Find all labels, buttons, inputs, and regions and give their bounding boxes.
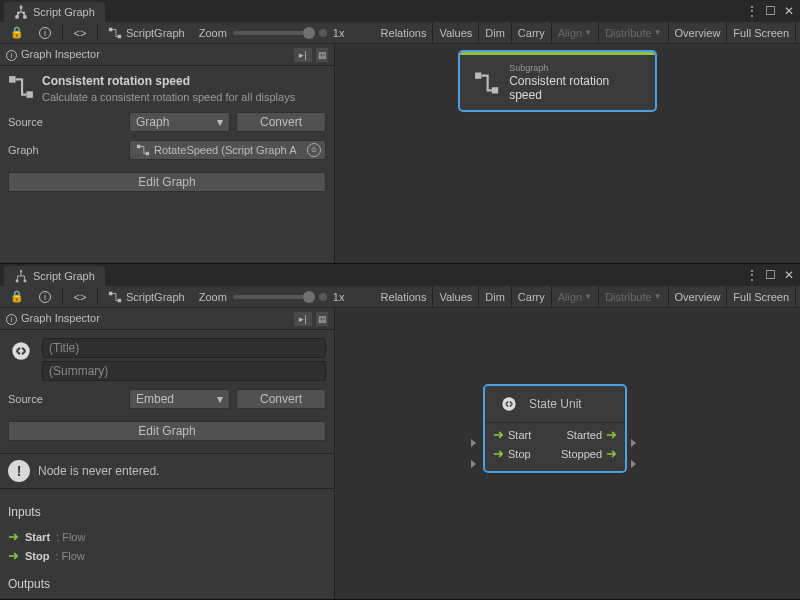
close-icon[interactable]: ✕ — [784, 268, 794, 282]
toolbar-dim-button[interactable]: Dim — [479, 286, 512, 307]
toolbar-relations-button[interactable]: Relations — [375, 286, 434, 307]
svg-point-10 — [12, 342, 29, 359]
svg-rect-9 — [118, 298, 122, 302]
graph-label: Graph — [8, 144, 123, 156]
toolbar-values-button[interactable]: Values — [433, 22, 479, 43]
graph-canvas[interactable]: Subgraph Consistent rotation speed — [335, 44, 800, 263]
source-label: Source — [8, 116, 123, 128]
flow-arrow-icon: ➜ — [493, 427, 504, 442]
main-toolbar: 🔒 i <> ScriptGraph Zoom 1x RelationsValu… — [0, 286, 800, 308]
graph-canvas[interactable]: State Unit ➜StartStarted➜➜StopStopped➜ — [335, 308, 800, 599]
toolbar-overview-button[interactable]: Overview — [669, 22, 728, 43]
zoom-label: Zoom — [199, 291, 227, 303]
maximize-icon[interactable]: ☐ — [765, 4, 776, 18]
variables-button[interactable]: <> — [67, 24, 93, 42]
port-socket-out[interactable] — [631, 460, 636, 468]
warning-icon: ! — [8, 460, 30, 482]
zoom-slider[interactable] — [233, 31, 313, 35]
braces-icon: <> — [74, 291, 87, 303]
svg-rect-8 — [109, 291, 113, 295]
graph-inspector: iGraph Inspector ▸| ▤ (Title) (Summary) … — [0, 308, 335, 599]
flow-arrow-icon: ➜ — [493, 446, 504, 461]
graph-asset-field[interactable]: RotateSpeed (Script Graph A ⊙ — [129, 140, 326, 160]
source-dropdown[interactable]: Graph▾ — [129, 112, 230, 132]
warning-message: ! Node is never entered. — [0, 453, 334, 489]
zoom-knob-extra — [319, 293, 327, 301]
tab-label: Script Graph — [33, 270, 95, 282]
toolbar-carry-button[interactable]: Carry — [512, 22, 552, 43]
summary-input[interactable]: (Summary) — [42, 361, 326, 381]
info-icon: i — [6, 314, 17, 325]
lock-button[interactable]: 🔒 — [4, 24, 30, 42]
tab-script-graph[interactable]: Script Graph — [4, 266, 105, 286]
chevron-down-icon: ▾ — [217, 392, 223, 406]
port-socket-in[interactable] — [471, 460, 476, 468]
port-socket-in[interactable] — [471, 439, 476, 447]
subgraph-node[interactable]: Subgraph Consistent rotation speed — [460, 52, 655, 110]
svg-rect-4 — [137, 145, 141, 149]
lock-icon: 🔒 — [10, 26, 24, 39]
svg-rect-6 — [475, 72, 481, 78]
tab-bar: Script Graph ⋮ ☐ ✕ — [0, 0, 800, 22]
script-graph-panel-top: Script Graph ⋮ ☐ ✕ 🔒 i <> ScriptGraph Zo… — [0, 0, 800, 264]
edit-graph-button[interactable]: Edit Graph — [8, 421, 326, 441]
svg-rect-7 — [492, 87, 498, 93]
source-dropdown[interactable]: Embed▾ — [129, 389, 230, 409]
kebab-menu-icon[interactable]: ⋮ — [746, 4, 757, 18]
toolbar-distribute-button[interactable]: Distribute ▼ — [599, 22, 668, 43]
port-socket-out[interactable] — [631, 439, 636, 447]
input-port-row: ➜ Stop : Flow — [8, 546, 326, 565]
toolbar-dim-button[interactable]: Dim — [479, 22, 512, 43]
zoom-value: 1x — [333, 291, 345, 303]
script-graph-panel-bottom: Script Graph ⋮ ☐ ✕ 🔒 i <> ScriptGraph Zo… — [0, 264, 800, 600]
breadcrumb[interactable]: ScriptGraph — [102, 26, 191, 40]
title-input[interactable]: (Title) — [42, 338, 326, 358]
collapse-button[interactable]: ▸| — [294, 312, 312, 326]
toolbar-full-screen-button[interactable]: Full Screen — [727, 286, 796, 307]
object-picker-icon[interactable]: ⊙ — [307, 143, 321, 157]
state-unit-node[interactable]: State Unit ➜StartStarted➜➜StopStopped➜ — [485, 386, 625, 471]
convert-button[interactable]: Convert — [236, 112, 326, 132]
info-button[interactable]: i — [32, 24, 58, 42]
graph-icon — [136, 143, 150, 157]
tab-script-graph[interactable]: Script Graph — [4, 2, 105, 22]
variables-button[interactable]: <> — [67, 288, 93, 306]
close-icon[interactable]: ✕ — [784, 4, 794, 18]
inspector-header: Graph Inspector — [21, 312, 100, 324]
braces-icon: <> — [74, 27, 87, 39]
info-button[interactable]: i — [32, 288, 58, 306]
convert-button[interactable]: Convert — [236, 389, 326, 409]
node-summary: Calculate a consistent rotation speed fo… — [42, 90, 295, 104]
zoom-knob-extra — [319, 29, 327, 37]
zoom-control: Zoom 1x — [193, 291, 351, 303]
breadcrumb[interactable]: ScriptGraph — [102, 290, 191, 304]
toolbar-relations-button[interactable]: Relations — [375, 22, 434, 43]
zoom-slider[interactable] — [233, 295, 313, 299]
toolbar-carry-button[interactable]: Carry — [512, 286, 552, 307]
toolbar-full-screen-button[interactable]: Full Screen — [727, 22, 796, 43]
lock-button[interactable]: 🔒 — [4, 288, 30, 306]
toolbar-distribute-button[interactable]: Distribute ▼ — [599, 286, 668, 307]
info-icon: i — [6, 50, 17, 61]
tab-label: Script Graph — [33, 6, 95, 18]
input-port-row: ➜ Start : Flow — [8, 527, 326, 546]
svg-rect-5 — [146, 152, 150, 156]
toolbar-right-group: RelationsValuesDimCarryAlign ▼Distribute… — [375, 22, 796, 43]
breadcrumb-label: ScriptGraph — [126, 27, 185, 39]
state-unit-icon — [8, 338, 34, 364]
toolbar-align-button[interactable]: Align ▼ — [552, 22, 599, 43]
toolbar-values-button[interactable]: Values — [433, 286, 479, 307]
edit-graph-button[interactable]: Edit Graph — [8, 172, 326, 192]
toolbar-align-button[interactable]: Align ▼ — [552, 286, 599, 307]
zoom-value: 1x — [333, 27, 345, 39]
maximize-icon[interactable]: ☐ — [765, 268, 776, 282]
kebab-menu-icon[interactable]: ⋮ — [746, 268, 757, 282]
svg-rect-3 — [26, 91, 32, 98]
options-button[interactable]: ▤ — [316, 312, 328, 326]
window-controls: ⋮ ☐ ✕ — [746, 268, 794, 282]
window-controls: ⋮ ☐ ✕ — [746, 4, 794, 18]
toolbar-overview-button[interactable]: Overview — [669, 286, 728, 307]
options-button[interactable]: ▤ — [316, 48, 328, 62]
collapse-button[interactable]: ▸| — [294, 48, 312, 62]
zoom-control: Zoom 1x — [193, 27, 351, 39]
